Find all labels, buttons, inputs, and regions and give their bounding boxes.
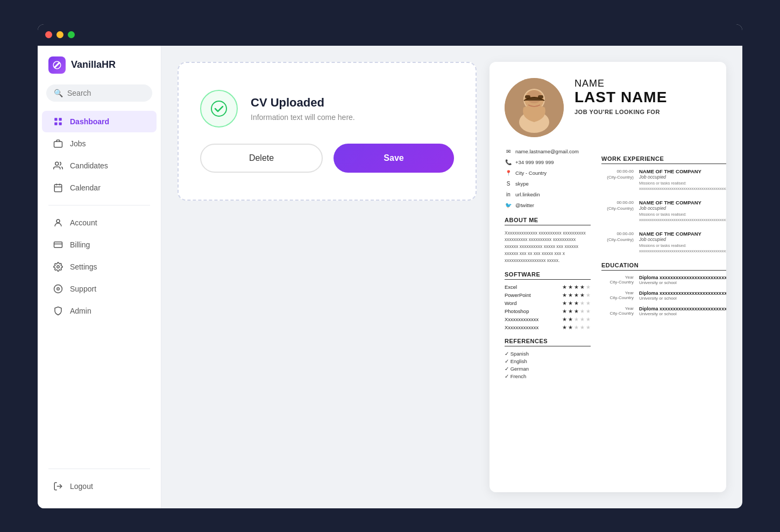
- svg-point-14: [54, 285, 62, 293]
- cv-first-name: NAME: [575, 78, 711, 89]
- x2-stars: ★ ★ ★ ★ ★: [562, 324, 591, 330]
- edu-item-2: Year City-Country Diploma xxxxxxxxxxxxxx…: [601, 290, 726, 301]
- software-row-word: Word ★ ★ ★ ★ ★: [505, 300, 591, 306]
- cv-preview: NAME LAST NAME JOB YOU'RE LOOKING FOR ✉: [490, 62, 726, 492]
- cv-linkedin: in url.linkedin: [505, 191, 591, 198]
- sidebar-item-dashboard[interactable]: Dashboard: [42, 111, 157, 132]
- sidebar-item-admin[interactable]: Admin: [42, 300, 157, 322]
- svg-point-13: [57, 265, 60, 268]
- cv-references-list: Spanish English German French: [505, 351, 591, 379]
- action-buttons: Delete Save: [200, 144, 454, 173]
- cv-location: 📍 City - Country: [505, 169, 591, 177]
- sidebar-item-billing[interactable]: Billing: [42, 234, 157, 256]
- cv-phone: 📞 +34 999 999 999: [505, 159, 591, 166]
- check-circle: [200, 90, 238, 127]
- svg-rect-6: [54, 185, 62, 192]
- sidebar-item-calendar-label: Calendar: [70, 183, 101, 192]
- cv-right-col: WORK EXPERIENCE 00:00-00 (City-Country) …: [601, 148, 726, 381]
- email-icon: ✉: [505, 148, 512, 155]
- skype-icon: S: [505, 180, 512, 188]
- cv-education-title: EDUCATION: [601, 262, 726, 271]
- close-button[interactable]: [45, 31, 52, 38]
- cv-email: ✉ name.lastname@gmail.com: [505, 148, 591, 155]
- maximize-button[interactable]: [68, 31, 75, 38]
- support-icon: [53, 283, 63, 294]
- software-row-x2: Xxxxxxxxxxxxx ★ ★ ★ ★ ★: [505, 324, 591, 330]
- work-item-1: 00:00-00 (City-Country) NAME OF THE COMP…: [601, 168, 726, 192]
- sidebar-item-account-label: Account: [70, 218, 97, 227]
- ref-spanish: Spanish: [505, 351, 591, 357]
- sidebar-item-settings[interactable]: Settings: [42, 256, 157, 278]
- sidebar-item-jobs[interactable]: Jobs: [42, 133, 157, 154]
- nav-divider: [48, 205, 150, 205]
- sidebar-item-settings-label: Settings: [70, 263, 97, 271]
- software-row-x1: Xxxxxxxxxxxxx ★ ★ ★ ★ ★: [505, 316, 591, 322]
- svg-rect-0: [54, 118, 57, 120]
- upload-status: CV Uploaded Information text will come h…: [200, 90, 454, 127]
- calendar-icon: [53, 182, 63, 193]
- logo-icon: [48, 56, 66, 74]
- ref-german: German: [505, 366, 591, 372]
- sidebar: VanillaHR 🔍 Dashboard Jobs: [38, 46, 161, 508]
- phone-icon: 📞: [505, 159, 512, 166]
- settings-icon: [53, 261, 63, 272]
- word-stars: ★ ★ ★ ★ ★: [562, 300, 591, 306]
- cv-header: NAME LAST NAME JOB YOU'RE LOOKING FOR: [505, 78, 711, 137]
- logout-icon: [53, 481, 63, 492]
- logout-label: Logout: [70, 482, 93, 491]
- ref-english: English: [505, 358, 591, 364]
- cv-name-block: NAME LAST NAME JOB YOU'RE LOOKING FOR: [575, 78, 711, 116]
- upload-text: CV Uploaded Information text will come h…: [251, 96, 355, 122]
- cv-references-title: REFERENCES: [505, 338, 591, 346]
- sidebar-item-admin-label: Admin: [70, 307, 91, 315]
- logo-text: VanillaHR: [71, 59, 116, 70]
- main-content: CV Uploaded Information text will come h…: [161, 46, 742, 508]
- cv-software-list: Excel ★ ★ ★ ★ ★: [505, 284, 591, 330]
- account-icon: [53, 217, 63, 228]
- cv-about-title: ABOUT ME: [505, 217, 591, 225]
- software-row-powerpoint: PowerPoint ★ ★ ★ ★ ★: [505, 292, 591, 298]
- search-box[interactable]: 🔍: [46, 84, 152, 102]
- cv-two-col: ✉ name.lastname@gmail.com 📞 +34 999 999 …: [505, 148, 711, 381]
- cv-twitter: 🐦 @twitter: [505, 202, 591, 209]
- minimize-button[interactable]: [56, 31, 63, 38]
- cv-photo: [505, 78, 564, 137]
- search-icon: 🔍: [54, 89, 63, 97]
- sidebar-item-support-label: Support: [70, 285, 96, 293]
- sidebar-item-candidates[interactable]: Candidates: [42, 155, 157, 176]
- cv-education-list: Year City-Country Diploma xxxxxxxxxxxxxx…: [601, 275, 726, 316]
- upload-description: Information text will come here.: [251, 113, 355, 122]
- cv-software-title: SOFTWARE: [505, 271, 591, 280]
- main-nav: Dashboard Jobs Candidates: [38, 110, 161, 462]
- linkedin-icon: in: [505, 191, 512, 198]
- sidebar-item-calendar[interactable]: Calendar: [42, 177, 157, 198]
- cv-about-text: Xxxxxxxxxxxxxx xxxxxxxxxx xxxxxxxxxx xxx…: [505, 230, 591, 264]
- svg-point-15: [57, 287, 60, 290]
- sidebar-item-support[interactable]: Support: [42, 278, 157, 300]
- ref-french: French: [505, 373, 591, 379]
- edu-item-1: Year City-Country Diploma xxxxxxxxxxxxxx…: [601, 275, 726, 285]
- cv-work-list: 00:00-00 (City-Country) NAME OF THE COMP…: [601, 168, 726, 254]
- cv-job-title: JOB YOU'RE LOOKING FOR: [575, 109, 711, 115]
- logout-item[interactable]: Logout: [42, 476, 157, 497]
- upload-title: CV Uploaded: [251, 96, 355, 110]
- sidebar-item-candidates-label: Candidates: [70, 161, 108, 170]
- search-input[interactable]: [67, 89, 145, 97]
- sidebar-item-account[interactable]: Account: [42, 212, 157, 233]
- app-window: VanillaHR 🔍 Dashboard Jobs: [38, 24, 742, 508]
- titlebar: [38, 24, 742, 46]
- delete-button[interactable]: Delete: [200, 144, 323, 173]
- candidates-icon: [53, 160, 63, 171]
- logo-area: VanillaHR: [38, 56, 161, 84]
- admin-icon: [53, 306, 63, 316]
- save-button[interactable]: Save: [334, 144, 454, 173]
- jobs-icon: [53, 138, 63, 149]
- upload-section: CV Uploaded Information text will come h…: [178, 62, 477, 492]
- bottom-divider: [48, 469, 150, 469]
- photoshop-stars: ★ ★ ★ ★ ★: [562, 308, 591, 314]
- work-item-3: 00:00-00 (City-Country) NAME OF THE COMP…: [601, 231, 726, 254]
- work-item-2: 00:00-00 (City-Country) NAME OF THE COMP…: [601, 200, 726, 223]
- excel-stars: ★ ★ ★ ★ ★: [562, 284, 591, 290]
- svg-rect-11: [54, 242, 62, 247]
- location-icon: 📍: [505, 169, 512, 177]
